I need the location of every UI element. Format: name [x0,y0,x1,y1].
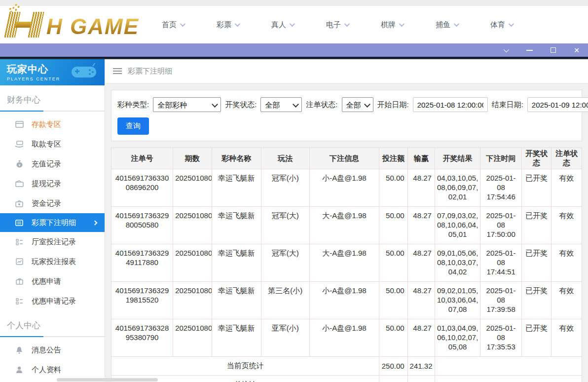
nav-item-home[interactable]: 首页 [162,20,184,30]
table-row: 401569173632949117880 20250108057 幸运飞艇新 … [111,244,582,282]
promo-record-icon [15,297,24,306]
window-maximize-icon[interactable] [547,45,559,55]
window-collapse-icon[interactable] [499,45,512,55]
cell-bet-time: 2025-01-08 17:44:51 [480,244,521,282]
main-content: 彩票下注明细 彩种类型: 全部彩种 开奖状态: 全部 注单状态: 全部 开始日期… [105,59,588,382]
horizontal-scrollbar[interactable] [57,378,158,382]
col-header-playtype: 玩法 [261,148,310,169]
profile-icon [15,365,24,374]
cell-playtype: 亚军(小) [261,319,310,357]
sidebar-item-promo-apply[interactable]: 优惠申请 [0,271,105,291]
sidebar-item-withdraw-record[interactable]: 提现记录 [0,174,105,193]
cell-winloss: 48.27 [407,282,435,319]
sidebar-item-withdraw[interactable]: 取款专区 [0,134,105,154]
table-row: 401569173633008696200 20250108059 幸运飞艇新 … [111,169,582,207]
sidebar-item-deposit[interactable]: 存款专区 [0,115,105,134]
section-title-personal: 个人中心 [0,311,105,336]
page-stats-bet-total: 250.00 [379,357,407,376]
end-date-input[interactable] [527,97,588,112]
funds-record-icon [15,199,24,208]
chevron-down-icon [290,21,295,27]
window-minimize-icon[interactable] [523,45,536,55]
col-header-period: 期数 [173,148,212,169]
order-status-select[interactable]: 全部 [342,97,373,112]
draw-status-select[interactable]: 全部 [260,97,302,112]
sidebar-item-promo-record[interactable]: 优惠申请记录 [0,291,105,311]
nav-item-chess[interactable]: 棋牌 [381,20,403,30]
start-date-input[interactable] [413,97,488,112]
cell-period: 20250108057 [173,244,212,282]
sidebar-item-lottery-bet-detail[interactable]: 彩票下注明细 [0,213,105,232]
cell-playtype: 第三名(小) [261,282,310,319]
window-close-icon[interactable]: × [570,45,583,55]
nav-label: 彩票 [217,20,231,30]
cell-draw-status: 已开奖 [521,282,551,319]
total-stats-winloss-total: 241.32 [407,376,435,382]
col-header-winloss: 输赢 [407,148,435,169]
cell-order-status: 有效 [551,207,582,244]
chevron-down-icon [399,21,404,27]
sidebar-item-profile[interactable]: 个人资料 [0,360,105,380]
sidebar-item-messages[interactable]: 消息公告 [0,340,105,360]
nav-item-sports[interactable]: 体育 [490,20,513,30]
col-header-bet-amount: 投注额 [379,148,407,169]
cell-playtype: 冠军(大) [261,244,310,282]
cell-playtype: 冠军(小) [261,169,310,207]
chevron-down-icon [235,21,240,27]
cell-period: 20250108055 [173,319,212,357]
promo-apply-icon [15,277,24,286]
nav-item-fishing[interactable]: 捕鱼 [436,20,458,30]
cell-bet-amount: 50.00 [379,319,407,357]
logo-h-icon [2,12,46,38]
draw-status-label: 开奖状态: [225,100,257,110]
message-bell-icon [15,345,24,354]
main-nav: 首页 彩票 真人 电子 棋牌 捕鱼 体育 [162,20,513,30]
section-divider [0,336,105,337]
top-strip [0,0,588,6]
sidebar-item-player-bet-report[interactable]: 玩家投注报表 [0,252,105,271]
section-title-finance: 财务中心 [0,85,105,111]
sidebar-item-label: 取款专区 [32,140,61,149]
sidebar-item-funds-record[interactable]: 资金记录 [0,193,105,213]
cell-playtype: 冠军(大) [261,207,310,244]
sidebar-item-label: 彩票下注明细 [32,218,76,228]
logo-text: H GAME [46,16,139,38]
sidebar-item-label: 消息公告 [32,345,61,355]
chevron-down-icon [344,21,350,27]
cell-bet-time: 2025-01-08 17:39:58 [480,282,521,319]
total-stats-bet-total: 250.00 [379,376,407,382]
cell-draw-status: 已开奖 [521,207,551,244]
lottery-type-select[interactable]: 全部彩种 [153,97,221,112]
nav-label: 棋牌 [381,20,396,30]
breadcrumb: 彩票下注明细 [105,59,588,83]
nav-item-live[interactable]: 真人 [271,20,294,30]
sidebar-item-label: 资金记录 [32,199,61,208]
cell-bet-amount: 50.00 [379,169,407,207]
sidebar-item-label: 优惠申请 [32,277,61,286]
cell-order-status: 有效 [551,244,582,282]
sidebar-item-hall-bet-record[interactable]: 厅室投注记录 [0,232,105,252]
table-footer-row-total-stats: 总统计 250.00 241.32 [111,376,582,382]
cell-bet-info: 大-A盘@1.98 [309,244,379,282]
sidebar-item-recharge-record[interactable]: ¥ 充值记录 [0,154,105,174]
nav-item-lottery[interactable]: 彩票 [217,20,239,30]
chevron-right-icon [93,220,98,225]
svg-text:¥: ¥ [18,163,20,167]
cell-bet-time: 2025-01-08 17:50:00 [480,207,521,244]
cell-lottery-name: 幸运飞艇新 [212,319,261,357]
player-bet-report-icon [15,257,24,266]
lottery-type-label: 彩种类型: [117,100,149,110]
total-stats-empty [435,376,582,382]
cell-winloss: 48.27 [407,319,435,357]
search-button[interactable]: 查询 [117,117,149,135]
brand-logo[interactable]: H GAME [5,12,139,38]
cell-lottery-name: 幸运飞艇新 [212,169,261,207]
cell-bet-time: 2025-01-08 17:54:46 [480,169,521,207]
bet-detail-table-panel: 注单号 期数 彩种名称 玩法 下注信息 投注额 输赢 开奖结果 下注时间 开奖状… [111,148,582,382]
nav-item-electronic[interactable]: 电子 [326,20,348,30]
cell-winloss: 48.27 [407,207,435,244]
cell-draw-result: 07,09,03,02,08,10,06,04,05,01 [435,207,480,244]
page-stats-winloss-total: 241.32 [407,357,435,376]
menu-toggle-icon[interactable] [113,68,122,74]
page-stats-label: 当前页统计 [111,357,379,376]
